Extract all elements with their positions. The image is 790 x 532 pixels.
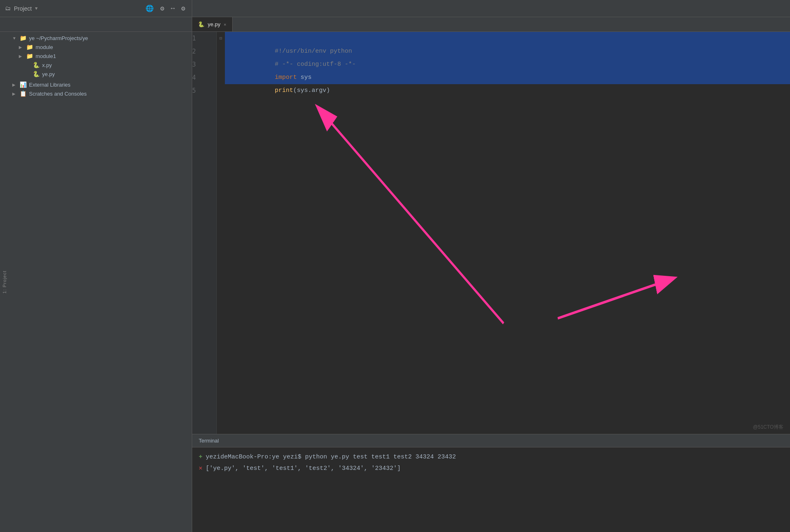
tree-label-module1: module1 — [36, 53, 56, 59]
editor-terminal-column: 1 2 3 4 5 ⊟ — [192, 32, 790, 532]
code-token-fn: print — [275, 87, 293, 94]
sidebar-tab-spacer — [0, 17, 192, 31]
settings-icon[interactable]: ⚙ — [159, 4, 166, 13]
sidebar-stripe-label: 1: Project — [2, 270, 7, 293]
tree-label-scratches: Scratches and Consoles — [29, 91, 87, 97]
fold-spacer-5 — [217, 84, 225, 97]
watermark: @51CTO博客 — [753, 424, 783, 431]
tab-label: ye.py — [208, 21, 220, 27]
annotation-arrow-1 — [318, 107, 503, 324]
main-area: 1: Project ▼ 📁 ye ~/PycharmProjects/ye ▶… — [0, 32, 790, 532]
editor-area[interactable]: 1 2 3 4 5 ⊟ — [192, 32, 790, 434]
expand-arrow-icon: ▶ — [19, 54, 25, 58]
library-icon: 📊 — [20, 81, 27, 88]
tree-item-module1[interactable]: ▶ 📁 module1 — [16, 51, 192, 60]
no-arrow — [25, 63, 31, 67]
expand-arrow-icon: ▶ — [12, 83, 18, 87]
tree-label-yepy: ye.py — [42, 71, 55, 77]
tree-item-yepy[interactable]: 🐍 ye.py — [22, 69, 192, 78]
code-token-paren: (sys.argv) — [293, 87, 330, 94]
sidebar-stripe: 1: Project — [0, 32, 9, 532]
line-num-4: 4 — [192, 71, 212, 84]
folder-icon: 📁 — [26, 53, 33, 59]
code-area[interactable]: #!/usr/bin/env python # -*- coding:utf-8… — [225, 32, 790, 434]
expand-arrow-icon: ▶ — [19, 45, 25, 49]
sidebar-tree: ▼ 📁 ye ~/PycharmProjects/ye ▶ 📁 module ▶… — [9, 32, 192, 100]
toolbar-left: 🗂 Project ▼ 🌐 ⚙ ↔ ⚙ — [0, 0, 192, 17]
tree-label-xpy: x.py — [42, 62, 52, 68]
expand-icon[interactable]: ↔ — [169, 4, 177, 13]
fold-spacer-3 — [217, 58, 225, 71]
tree-item-external-libs[interactable]: ▶ 📊 External Libraries — [9, 80, 192, 89]
no-arrow — [25, 72, 31, 76]
fold-spacer-4 — [217, 71, 225, 84]
terminal-plus-icon: + — [199, 452, 202, 463]
folder-icon: 📁 — [26, 44, 33, 50]
terminal-cross-icon: ✕ — [199, 463, 202, 474]
terminal-label[interactable]: Terminal — [199, 438, 219, 444]
tab-ye-py[interactable]: 🐍 ye.py × — [192, 17, 233, 31]
expand-arrow-icon: ▼ — [12, 36, 18, 40]
code-token-kw: import — [275, 74, 297, 81]
tree-label-ext-libs: External Libraries — [29, 82, 70, 88]
line-numbers-gutter: 1 2 3 4 5 — [192, 32, 217, 434]
expand-arrow-icon: ▶ — [12, 92, 18, 96]
toolbar-right — [192, 0, 200, 17]
terminal-line-2-text: ['ye.py', 'test', 'test1', 'test2', '343… — [206, 463, 401, 474]
annotation-arrow-2 — [558, 278, 674, 318]
scratch-icon: 📋 — [20, 90, 27, 97]
code-token: #!/usr/bin/env python — [275, 48, 352, 55]
editor-content: 1 2 3 4 5 ⊟ — [192, 32, 790, 434]
py-file-icon: 🐍 — [33, 62, 40, 68]
fold-spacer-2 — [217, 45, 225, 58]
folder-icon: 📁 — [20, 35, 27, 41]
toolbar-project-label[interactable]: Project — [14, 5, 32, 12]
py-file-icon: 🐍 — [33, 71, 40, 77]
tree-item-scratches[interactable]: ▶ 📋 Scratches and Consoles — [9, 89, 192, 98]
code-token: # -*- coding:utf-8 -*- — [275, 61, 356, 68]
terminal-line-1-text: yezideMacBook-Pro:ye yezi$ python ye.py … — [206, 452, 456, 463]
globe-icon[interactable]: 🌐 — [144, 4, 155, 13]
py-file-icon: 🐍 — [198, 21, 204, 27]
line-num-3: 3 — [192, 58, 212, 71]
tree-item-module[interactable]: ▶ 📁 module — [16, 42, 192, 51]
terminal-line-2: ✕ ['ye.py', 'test', 'test1', 'test2', '3… — [199, 463, 783, 474]
project-icon: 🗂 — [5, 5, 11, 12]
code-token-plain: sys — [297, 74, 312, 81]
fold-gutter: ⊟ — [217, 32, 225, 434]
toolbar: 🗂 Project ▼ 🌐 ⚙ ↔ ⚙ — [0, 0, 790, 17]
terminal-header: Terminal — [192, 434, 790, 447]
line-num-1: 1 — [192, 32, 212, 45]
line-num-2: 2 — [192, 45, 212, 58]
terminal-content[interactable]: + yezideMacBook-Pro:ye yezi$ python ye.p… — [192, 447, 790, 532]
tab-close-button[interactable]: × — [224, 22, 226, 27]
line-num-5: 5 — [192, 84, 212, 97]
fold-icon-1[interactable]: ⊟ — [217, 32, 225, 45]
terminal-area: Terminal + yezideMacBook-Pro:ye yezi$ py… — [192, 434, 790, 532]
tree-item-ye-root[interactable]: ▼ 📁 ye ~/PycharmProjects/ye — [9, 34, 192, 42]
terminal-line-1: + yezideMacBook-Pro:ye yezi$ python ye.p… — [199, 452, 783, 463]
code-line-1: #!/usr/bin/env python — [225, 32, 790, 45]
sidebar: 1: Project ▼ 📁 ye ~/PycharmProjects/ye ▶… — [0, 32, 192, 532]
tab-bar: 🐍 ye.py × — [0, 17, 790, 32]
tree-label-module: module — [36, 44, 53, 50]
tree-item-xpy[interactable]: 🐍 x.py — [22, 60, 192, 69]
tree-label-ye: ye ~/PycharmProjects/ye — [29, 35, 88, 41]
gear-icon[interactable]: ⚙ — [180, 4, 187, 13]
dropdown-arrow-icon[interactable]: ▼ — [35, 6, 38, 11]
